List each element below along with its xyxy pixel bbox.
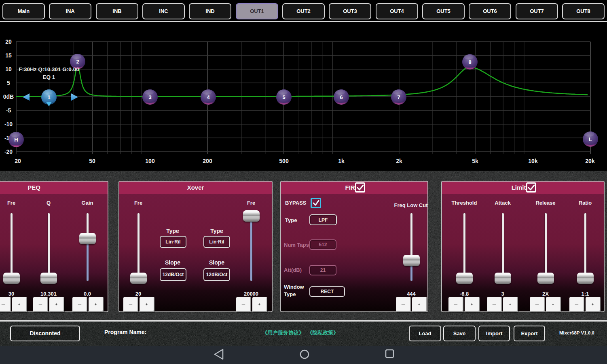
svg-text:6: 6 xyxy=(340,94,343,100)
svg-text:1: 1 xyxy=(47,94,50,100)
svg-text:10k: 10k xyxy=(528,158,538,164)
svg-text:1k: 1k xyxy=(338,158,345,164)
svg-text:7: 7 xyxy=(397,94,400,100)
svg-text:500: 500 xyxy=(279,158,289,164)
svg-text:8: 8 xyxy=(468,59,471,65)
svg-text:15: 15 xyxy=(5,52,12,59)
svg-text:-20: -20 xyxy=(4,148,13,155)
svg-text:20k: 20k xyxy=(585,158,595,164)
svg-text:5k: 5k xyxy=(472,158,478,164)
svg-text:F:30Hz Q:10.301 G:0.00: F:30Hz Q:10.301 G:0.00 xyxy=(19,66,79,72)
svg-text:2: 2 xyxy=(76,59,79,65)
svg-text:10: 10 xyxy=(5,66,12,72)
svg-text:5: 5 xyxy=(7,80,10,86)
svg-text:20: 20 xyxy=(15,158,21,164)
svg-text:50: 50 xyxy=(89,158,95,164)
svg-text:-5: -5 xyxy=(6,107,11,114)
svg-text:L: L xyxy=(589,136,592,142)
svg-text:4: 4 xyxy=(207,94,210,100)
svg-text:EQ 1: EQ 1 xyxy=(43,74,55,80)
svg-text:5: 5 xyxy=(282,94,285,100)
svg-text:3: 3 xyxy=(148,94,151,100)
svg-text:20: 20 xyxy=(5,38,12,45)
svg-text:200: 200 xyxy=(203,158,212,164)
svg-text:0dB: 0dB xyxy=(3,93,14,100)
svg-text:-10: -10 xyxy=(4,121,13,127)
svg-text:2k: 2k xyxy=(396,158,402,164)
svg-text:H: H xyxy=(14,137,18,143)
svg-text:100: 100 xyxy=(145,158,155,164)
